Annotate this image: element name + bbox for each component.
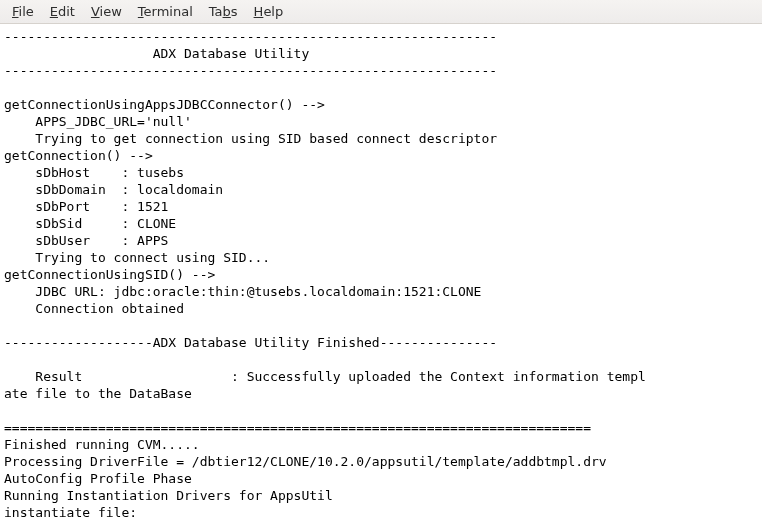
menu-file[interactable]: File	[4, 2, 42, 21]
menu-view[interactable]: View	[83, 2, 130, 21]
menu-tabs[interactable]: Tabs	[201, 2, 246, 21]
menu-help[interactable]: Help	[246, 2, 292, 21]
terminal-output[interactable]: ----------------------------------------…	[0, 24, 762, 524]
menu-terminal[interactable]: Terminal	[130, 2, 201, 21]
menu-edit[interactable]: Edit	[42, 2, 83, 21]
menubar: File Edit View Terminal Tabs Help	[0, 0, 762, 24]
